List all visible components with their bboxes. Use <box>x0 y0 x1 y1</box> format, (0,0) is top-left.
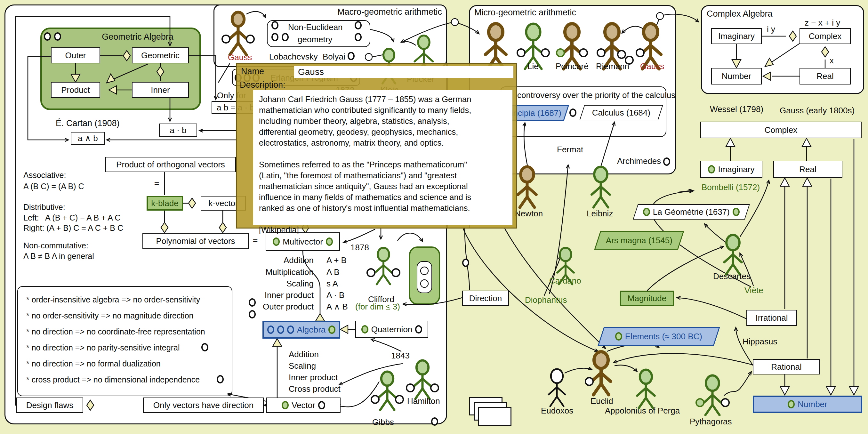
quaternion-port-right[interactable] <box>415 325 422 334</box>
node-vector[interactable]: Vector <box>266 398 341 413</box>
la-geometrie-port-right[interactable] <box>733 208 740 216</box>
hist-node-complex[interactable]: Complex <box>700 122 862 138</box>
year-1843: 1843 <box>391 351 410 361</box>
euclid-label: Euclid <box>590 396 613 406</box>
hamilton-label: Hamilton <box>407 396 440 406</box>
number-port[interactable] <box>788 400 795 408</box>
node-a-wedge-b[interactable]: a ∧ b <box>71 132 105 145</box>
figure-eudoxos[interactable] <box>549 369 565 406</box>
ops1-row-1-value: A B <box>327 267 339 277</box>
ops1-row-4-label: Outer product <box>250 302 314 312</box>
ca-node-imaginary[interactable]: Imaginary <box>711 28 762 44</box>
hist-node-imaginary[interactable]: Imaginary <box>700 161 763 178</box>
prop-noncommutative-eq: A B ≠ B A in general <box>23 252 94 261</box>
figure-appolonius[interactable] <box>637 370 655 408</box>
gauss-micro-label: Gauss <box>640 61 664 71</box>
popup-name-value: Gauss <box>298 67 324 77</box>
ca-node-real[interactable]: Real <box>800 68 851 85</box>
figure-pythagoras[interactable] <box>696 375 729 415</box>
node-elements[interactable]: Elements (≈ 300 BC) <box>598 327 720 346</box>
la-geometrie-port-left[interactable] <box>643 208 650 216</box>
lobachevsky-label: Lobachevsky <box>269 52 318 62</box>
ne-port-3[interactable] <box>282 33 289 41</box>
quaternion-port-left[interactable] <box>361 325 368 334</box>
archimedes-port[interactable] <box>663 157 670 166</box>
ca-node-number[interactable]: Number <box>711 68 762 85</box>
ne-port-5[interactable] <box>354 33 362 41</box>
figure-euclid[interactable] <box>585 352 611 395</box>
outer-port-1[interactable] <box>249 298 256 307</box>
node-k-blade[interactable]: k-blade <box>147 196 183 211</box>
node-calculus[interactable]: Calculus (1684) <box>579 105 663 120</box>
popup-name-field[interactable] <box>294 66 514 78</box>
node-outer[interactable]: Outer <box>51 48 100 63</box>
bolyai-port[interactable] <box>348 52 354 60</box>
geometric-algebra-title: Geometric Algebra <box>96 32 179 42</box>
ops1-row-4-value: A ∧ B <box>327 302 348 312</box>
ops2-row-1: Scaling <box>289 361 316 371</box>
flaw-3-port[interactable] <box>201 343 208 351</box>
non-euclidean-line1: Non-Euclidean <box>288 22 343 32</box>
node-magnitude[interactable]: Magnitude <box>620 290 674 306</box>
node-product[interactable]: Product <box>51 82 100 98</box>
newton-label: Newton <box>515 209 543 219</box>
node-polynomial[interactable]: Polynomial of vectors <box>143 233 249 249</box>
ga-port-1[interactable] <box>44 32 51 41</box>
node-rational[interactable]: Rational <box>753 359 820 374</box>
gibbs-blue-port[interactable] <box>431 417 438 426</box>
macro-title: Macro-geometric arithmetic <box>336 7 442 17</box>
node-product-orthogonal[interactable]: Product of orthogonal vectors <box>105 157 236 172</box>
ne-port-4[interactable] <box>354 21 362 29</box>
node-algebra[interactable]: Algebra <box>262 321 340 339</box>
algebra-port-2[interactable] <box>277 326 284 334</box>
ops1-row-3-label: Inner product <box>250 290 314 300</box>
elements-port[interactable] <box>615 332 622 341</box>
gauss-detail-popup[interactable]: Name Gauss Description: Johann Carl Frie… <box>236 63 517 228</box>
leibniz-label: Leibniz <box>587 209 613 219</box>
node-design-flaws[interactable]: Design flaws <box>16 398 83 413</box>
figure-descartes[interactable] <box>724 235 742 275</box>
year-1878: 1878 <box>350 243 369 252</box>
flaw-5: * cross product => no dimensional indepe… <box>26 375 200 384</box>
node-la-geometrie[interactable]: La Géométrie (1637) <box>633 204 750 220</box>
principia-port[interactable] <box>569 108 577 117</box>
vector-port-left[interactable] <box>282 401 289 409</box>
algebra-port-green[interactable] <box>329 326 335 334</box>
papers-icon-front[interactable] <box>478 407 512 426</box>
node-geometric[interactable]: Geometric <box>132 48 189 63</box>
popup-description-box[interactable]: Johann Carl Friedrich Gauss (1777 – 1855… <box>253 90 513 225</box>
outer-port-2[interactable] <box>249 310 256 318</box>
diophantus-label: Diophantus <box>525 295 567 305</box>
vector-port-right[interactable] <box>318 401 325 409</box>
node-inner[interactable]: Inner <box>132 82 189 98</box>
ca-node-complex[interactable]: Complex <box>800 28 851 44</box>
ga-port-2[interactable] <box>54 32 61 41</box>
triangle-number-3 <box>849 386 859 395</box>
node-direction[interactable]: Direction <box>462 290 509 306</box>
ops1-row-1-label: Multiplication <box>250 267 314 277</box>
node-number-hist[interactable]: Number <box>753 396 862 413</box>
algebra-port-1[interactable] <box>267 326 274 334</box>
poincare-label: Poincaré <box>556 61 589 71</box>
triangle-number-1 <box>780 386 789 395</box>
clifford-pill-inner <box>417 261 432 293</box>
popup-description-label: Description: <box>240 80 285 90</box>
hist-node-real[interactable]: Real <box>773 161 842 178</box>
direction-port[interactable] <box>462 258 469 267</box>
node-irrational[interactable]: Irrational <box>746 310 797 326</box>
node-quaternion[interactable]: Quaternion <box>355 321 428 338</box>
triangle-real-irrational <box>780 178 789 186</box>
flaw-1: * no order-sensitivity => no magnitude d… <box>26 311 194 320</box>
node-a-dot-b[interactable]: a · b <box>159 124 197 137</box>
ne-port-2[interactable] <box>271 33 278 41</box>
ne-port-1[interactable] <box>271 21 278 29</box>
popup-description-text: Johann Carl Friedrich Gauss (1777 – 1855… <box>253 90 513 239</box>
hist-imaginary-port[interactable] <box>708 165 715 174</box>
flaw-5-port[interactable] <box>217 375 224 383</box>
algebra-port-3[interactable] <box>287 326 294 334</box>
ops1-row-2-label: Scaling <box>250 279 314 289</box>
node-ars-magna[interactable]: Ars magna (1545) <box>594 231 684 250</box>
node-only-vectors[interactable]: Only vectors have direction <box>143 398 264 413</box>
archimedes-label: Archimedes <box>617 156 661 166</box>
gibbs-label: Gibbs <box>372 417 394 427</box>
